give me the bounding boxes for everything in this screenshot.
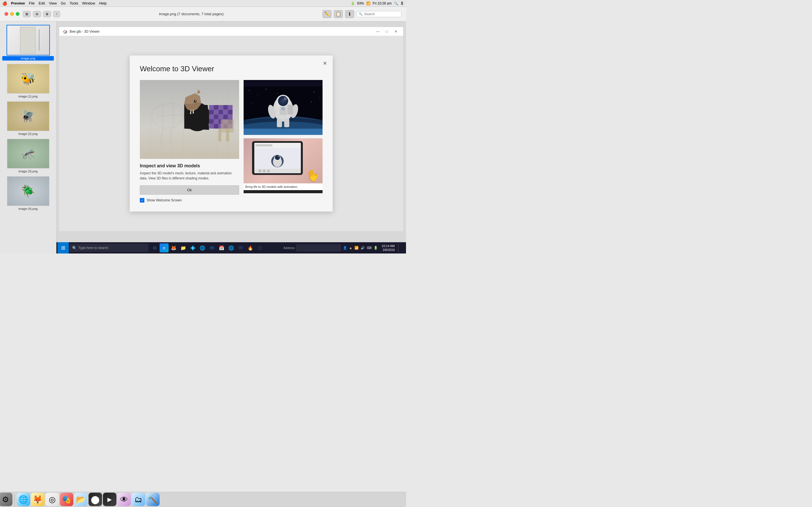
taskbar-chevron-icon[interactable]: ▲ (349, 245, 353, 250)
taskbar-show-desktop-button[interactable] (398, 243, 405, 252)
welcome-dialog: Welcome to 3D Viewer ✕ (130, 55, 333, 212)
welcome-close-button[interactable]: ✕ (321, 60, 328, 67)
menu-go[interactable]: Go (61, 1, 65, 5)
svg-point-61 (275, 155, 280, 160)
taskbar-multitask-icon[interactable]: ⧉ (150, 243, 159, 252)
astronaut-card: Control the position and color of the st… (244, 80, 322, 135)
svg-rect-8 (214, 110, 218, 115)
windows-start-button[interactable]: ⊞ (57, 242, 69, 253)
svg-rect-10 (223, 110, 228, 115)
checkbox-checkmark-icon: ✓ (141, 199, 144, 202)
taskbar-app-icons: ⧉ e 🦊 📁 💠 🌐 🛍 📅 🌐 W 🔥 ⬡ (150, 243, 264, 252)
svg-rect-23 (214, 124, 218, 129)
taskbar-keyboard-icon[interactable]: ⌨ (366, 245, 372, 250)
ok-button[interactable]: Ok (140, 185, 239, 194)
thumbnail-sidebar: image.png 🐝 image (1).png 🪰 image (2 (0, 21, 56, 253)
taskbar-folder-icon[interactable]: 📁 (179, 243, 188, 252)
sidebar-item-image3-png[interactable]: 🦟 image (3).png (0, 137, 56, 175)
tablet-card-text: Bring life to 3D models with animation. (244, 183, 322, 190)
toolbar-left: ⊞ ⊖ ⊕ ↑ (23, 11, 60, 17)
taskbar-edge-icon[interactable]: e (160, 243, 168, 252)
viewer-close-button[interactable]: ✕ (392, 29, 400, 34)
zoom-out-button[interactable]: ⊖ (33, 11, 41, 17)
tiger-svg (140, 80, 239, 159)
minimize-button[interactable] (10, 12, 14, 16)
svg-point-35 (266, 89, 266, 90)
preview-window: ⊞ ⊖ ⊕ ↑ image.png (7 documents, 7 total … (0, 7, 406, 253)
viewer-window-controls: — □ ✕ (374, 29, 400, 34)
thumbnail-image1-png: 🐝 (7, 64, 49, 94)
svg-rect-16 (228, 114, 233, 119)
viewer-minimize-button[interactable]: — (374, 29, 382, 34)
svg-rect-18 (214, 119, 218, 124)
menu-view[interactable]: View (49, 1, 57, 5)
taskbar-word-icon[interactable]: W (236, 243, 245, 252)
taskbar-firefox-icon[interactable]: 🦊 (169, 243, 178, 252)
show-welcome-checkbox[interactable]: ✓ (140, 198, 144, 203)
taskbar-date-display: 2/8/2019 (382, 248, 395, 252)
taskbar-calendar-icon[interactable]: 📅 (217, 243, 226, 252)
taskbar-volume-icon[interactable]: 🔊 (360, 245, 365, 250)
zoom-in-icon: ⊕ (46, 12, 49, 16)
taskbar-firefox2-icon[interactable]: 🔥 (246, 243, 255, 252)
annotation-button[interactable]: ✏️ (322, 10, 332, 18)
svg-point-33 (249, 91, 250, 91)
control-center-icon[interactable]: 🎛 (400, 1, 404, 5)
taskbar-edge2-icon[interactable]: 🌐 (227, 243, 236, 252)
tiger-visual (140, 80, 239, 159)
apple-menu[interactable]: 🍎 (2, 1, 7, 6)
sidebar-toggle-button[interactable]: ⊞ (23, 11, 31, 17)
svg-point-51 (282, 107, 285, 111)
sidebar-item-image4-png[interactable]: 🪲 image (4).png (0, 175, 56, 212)
svg-point-39 (252, 103, 252, 104)
tablet-screen-svg (254, 143, 301, 173)
menu-tools[interactable]: Tools (70, 1, 78, 5)
menu-window[interactable]: Window (82, 1, 95, 5)
taskbar-network-icon[interactable]: 👤 (342, 245, 348, 250)
fullscreen-button[interactable] (16, 12, 19, 16)
welcome-main-card: Inspect and view 3D models Inspect the 3… (140, 80, 239, 203)
taskbar-right-area: Address 👤 ▲ 📶 🔊 ⌨ 🔋 10:14 AM 2/8 (283, 243, 405, 252)
svg-point-34 (257, 95, 258, 95)
taskbar-chrome-icon[interactable]: 🌐 (198, 243, 207, 252)
search-icon[interactable]: 🔍 (394, 1, 398, 5)
menu-edit[interactable]: Edit (39, 1, 45, 5)
show-welcome-row: ✓ Show Welcome Screen (140, 198, 239, 203)
content-area: 🎲 Bee.glb - 3D Viewer — □ ✕ Welcome to 3… (56, 21, 406, 253)
svg-point-37 (314, 92, 314, 93)
share-button[interactable]: ↑ (53, 11, 60, 17)
taskbar-battery2-icon[interactable]: 🔋 (373, 245, 378, 250)
window-title: image.png (7 documents, 7 total pages) (63, 12, 319, 16)
menu-help[interactable]: Help (99, 1, 107, 5)
address-bar-input[interactable] (298, 246, 339, 249)
svg-rect-9 (218, 110, 223, 115)
app-name[interactable]: Preview (11, 1, 25, 5)
viewer-restore-button[interactable]: □ (383, 29, 391, 34)
search-input[interactable] (356, 11, 402, 17)
menu-file[interactable]: File (29, 1, 35, 5)
sidebar-label-image3-png: image (3).png (2, 170, 54, 173)
taskbar-3dviewer-icon[interactable]: ⬡ (255, 243, 264, 252)
tablet-screen (254, 143, 301, 173)
svg-rect-15 (223, 114, 228, 119)
sidebar-item-image-png[interactable]: image.png (0, 24, 56, 62)
taskbar-search[interactable]: 🔍 Type here to search (69, 244, 148, 252)
sidebar-item-image1-png[interactable]: 🐝 image (1).png (0, 62, 56, 100)
info-button[interactable]: ℹ (345, 10, 354, 18)
welcome-right-cards: Control the position and color of the st… (244, 80, 322, 203)
svg-point-38 (319, 98, 320, 98)
zoom-in-button[interactable]: ⊕ (43, 11, 51, 17)
taskbar-store-icon[interactable]: 🛍 (207, 243, 216, 252)
svg-point-62 (278, 156, 280, 157)
sidebar-item-image2-png[interactable]: 🪰 image (2).png (0, 100, 56, 137)
close-button[interactable] (4, 12, 8, 16)
taskbar-wifi2-icon[interactable]: 📶 (354, 245, 359, 250)
astronaut-svg (244, 80, 322, 135)
viewer-app-icon: 🎲 (63, 29, 67, 34)
svg-rect-3 (214, 105, 218, 110)
taskbar-address-input[interactable] (296, 244, 341, 251)
thumbnail-image3-png: 🦟 (7, 139, 49, 168)
taskbar-unknown1-icon[interactable]: 💠 (188, 243, 197, 252)
markup-button[interactable]: 📋 (334, 10, 343, 18)
sidebar-label-image4-png: image (4).png (2, 207, 54, 210)
